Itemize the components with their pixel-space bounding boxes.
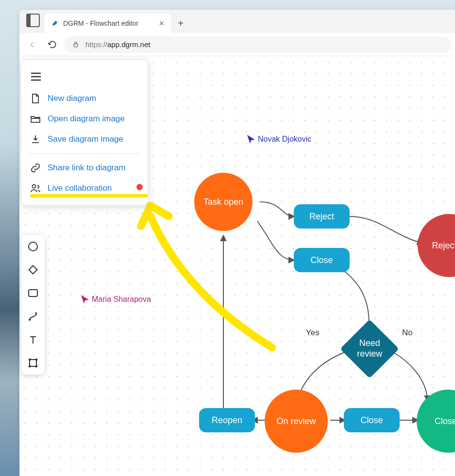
node-label: Reopen [212, 415, 242, 426]
svg-rect-7 [29, 359, 31, 361]
tool-text[interactable] [26, 333, 40, 346]
node-on-review[interactable]: On review [265, 390, 328, 453]
reload-icon [48, 40, 57, 49]
collaborator-name: Maria Sharapova [92, 295, 151, 304]
circle-icon [28, 241, 38, 252]
shapes-toolbar [21, 235, 45, 375]
notification-badge [136, 184, 143, 190]
lock-icon [72, 41, 80, 49]
svg-rect-3 [29, 266, 37, 274]
node-label: Close [310, 255, 333, 265]
node-task-open[interactable]: Task open [194, 173, 253, 231]
favicon-pencil-icon [51, 20, 58, 27]
new-tab-button[interactable]: + [171, 14, 190, 33]
tool-circle[interactable] [26, 240, 40, 253]
svg-rect-0 [74, 44, 78, 47]
node-label: Close [360, 415, 383, 426]
menu-label: New diagram [48, 94, 96, 103]
menu-item-save-diagram[interactable]: Save diagram image [21, 129, 148, 149]
tool-connector[interactable] [26, 310, 40, 323]
menu-divider [28, 153, 141, 154]
node-label: Reject [309, 212, 334, 222]
folder-open-icon [30, 114, 41, 124]
reload-button[interactable] [44, 36, 61, 53]
tab-title: DGRM - Flowchart editor [63, 19, 154, 27]
frame-icon [28, 358, 38, 368]
addressbar-row: https://app.dgrm.net [19, 33, 455, 56]
node-close-button-2[interactable]: Close [344, 408, 400, 432]
tool-rectangle[interactable] [26, 286, 40, 300]
svg-rect-6 [30, 360, 36, 366]
address-bar[interactable]: https://app.dgrm.net [64, 36, 451, 53]
highlight-underline [30, 194, 148, 197]
node-label: Rejected [432, 241, 455, 251]
menu-label: Live collaboration [48, 183, 112, 193]
menu-item-open-diagram[interactable]: Open diagram image [21, 109, 148, 129]
browser-tab[interactable]: DGRM - Flowchart editor × [45, 14, 171, 33]
svg-rect-9 [29, 365, 31, 367]
node-label: Task open [203, 197, 243, 207]
people-icon [30, 183, 41, 194]
svg-point-5 [29, 319, 31, 321]
link-icon [30, 163, 41, 173]
node-label: Need review [357, 338, 382, 359]
svg-rect-8 [35, 359, 37, 361]
hamburger-button[interactable] [21, 65, 148, 88]
node-reject-button[interactable]: Reject [294, 204, 350, 229]
hamburger-icon [30, 72, 42, 82]
document-icon [30, 93, 41, 104]
browser-window: DGRM - Flowchart editor × + https://app.… [19, 10, 455, 476]
tool-diamond[interactable] [26, 263, 40, 277]
diamond-icon [28, 264, 38, 275]
node-label: Closed [435, 416, 455, 427]
collaborator-name: Novak Djokovic [258, 135, 311, 144]
svg-rect-4 [29, 290, 37, 296]
tool-frame[interactable] [26, 356, 40, 370]
collaborator-cursor-maria: Maria Sharapova [80, 294, 151, 305]
svg-point-1 [33, 185, 36, 188]
canvas[interactable]: Task open Reject Close Rejected Need rev… [19, 56, 455, 476]
collaborator-cursor-novak: Novak Djokovic [246, 134, 311, 145]
cursor-icon [246, 134, 256, 145]
node-label: On review [276, 416, 316, 427]
edge-label-yes: Yes [306, 328, 320, 338]
node-close-button-1[interactable]: Close [294, 248, 350, 272]
tab-close-icon[interactable]: × [159, 18, 164, 29]
text-icon [28, 335, 38, 345]
cursor-icon [80, 294, 90, 305]
back-button[interactable] [23, 36, 41, 53]
browser-titlebar: DGRM - Flowchart editor × + [19, 10, 455, 33]
menu-label: Open diagram image [48, 114, 125, 124]
node-reopen-button[interactable]: Reopen [199, 408, 255, 432]
svg-rect-10 [35, 365, 37, 367]
connector-icon [28, 311, 38, 322]
menu-label: Save diagram image [48, 134, 123, 144]
url-text: https://app.dgrm.net [85, 40, 150, 49]
menu-item-share-link[interactable]: Share link to diagram [21, 158, 148, 178]
arrow-left-icon [27, 40, 37, 49]
main-menu-panel: New diagram Open diagram image Save diag… [21, 60, 148, 205]
edge-label-no: No [402, 328, 413, 338]
svg-point-2 [29, 242, 37, 251]
menu-item-live-collaboration[interactable]: Live collaboration [21, 178, 148, 198]
rectangle-icon [28, 289, 38, 297]
download-icon [30, 134, 41, 145]
tabs-overview-icon[interactable] [26, 14, 40, 27]
menu-label: Share link to diagram [48, 163, 126, 173]
menu-item-new-diagram[interactable]: New diagram [21, 88, 148, 109]
